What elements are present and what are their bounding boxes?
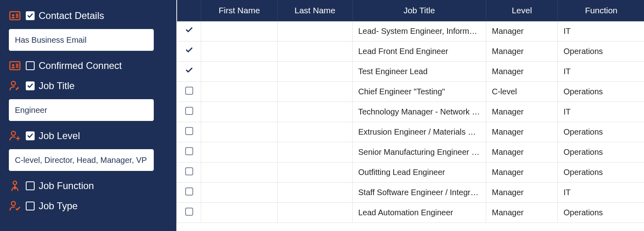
column-header[interactable]: Job Title: [353, 0, 486, 21]
cell-function: IT: [558, 183, 644, 203]
table-row[interactable]: Test Engineer LeadManagerIT: [177, 62, 644, 82]
cell-level: Manager: [486, 142, 558, 162]
filter-job-level[interactable]: Job Level: [9, 127, 167, 144]
cell-level: C-level: [486, 82, 558, 102]
cell-first-name: [201, 82, 278, 102]
row-select-cell[interactable]: [177, 162, 201, 183]
filter-job-type[interactable]: Job Type: [9, 198, 167, 214]
cell-function: Operations: [558, 42, 644, 62]
table-row[interactable]: Senior Manufacturing Engineer - I...Mana…: [177, 142, 644, 162]
cell-job-title: Test Engineer Lead: [353, 62, 486, 82]
cell-function: IT: [558, 21, 644, 42]
filter-input-contact-details[interactable]: Has Business Email: [9, 29, 154, 51]
cell-last-name: [278, 82, 353, 102]
filter-label: Contact Details: [39, 10, 104, 22]
cell-first-name: [201, 102, 278, 122]
column-header[interactable]: Last Name: [278, 0, 353, 21]
cell-job-title: Senior Manufacturing Engineer - I...: [353, 142, 486, 162]
filter-checkbox[interactable]: [26, 11, 35, 20]
cell-function: IT: [558, 62, 644, 82]
row-select-cell[interactable]: [177, 42, 201, 62]
cell-first-name: [201, 122, 278, 142]
filter-input-job-level[interactable]: C-level, Director, Head, Manager, VP: [9, 149, 154, 171]
contact-card-icon: [9, 60, 22, 72]
row-select-cell[interactable]: [177, 62, 201, 82]
cell-last-name: [278, 162, 353, 183]
filter-sidebar: Contact DetailsHas Business EmailConfirm…: [0, 0, 176, 231]
row-checkbox[interactable]: [185, 127, 193, 135]
results-table: First NameLast NameJob TitleLevelFunctio…: [177, 0, 644, 223]
filter-checkbox[interactable]: [26, 181, 35, 190]
row-select-cell[interactable]: [177, 203, 201, 223]
row-checkbox[interactable]: [185, 87, 193, 95]
cell-function: Operations: [558, 122, 644, 142]
column-header[interactable]: Function: [558, 0, 644, 21]
cell-level: Manager: [486, 122, 558, 142]
row-checkbox[interactable]: [185, 208, 193, 216]
row-select-cell[interactable]: [177, 102, 201, 122]
column-header[interactable]: Level: [486, 0, 558, 21]
cell-last-name: [278, 203, 353, 223]
cell-function: Operations: [558, 162, 644, 183]
cell-first-name: [201, 183, 278, 203]
filter-job-title[interactable]: Job Title: [9, 77, 167, 94]
row-checkbox[interactable]: [185, 26, 193, 34]
cell-level: Manager: [486, 42, 558, 62]
row-select-cell[interactable]: [177, 142, 201, 162]
cell-last-name: [278, 102, 353, 122]
cell-job-title: Outfitting Lead Engineer: [353, 162, 486, 183]
row-select-cell[interactable]: [177, 82, 201, 102]
table-row[interactable]: Lead- System Engineer, Informati...Manag…: [177, 21, 644, 42]
cell-job-title: Lead Front End Engineer: [353, 42, 486, 62]
table-row[interactable]: Chief Engineer "Testing"C-levelOperation…: [177, 82, 644, 102]
cell-job-title: Lead- System Engineer, Informati...: [353, 21, 486, 42]
row-select-cell[interactable]: [177, 183, 201, 203]
results-table-container: First NameLast NameJob TitleLevelFunctio…: [176, 0, 644, 231]
column-header[interactable]: First Name: [201, 0, 278, 21]
row-checkbox[interactable]: [185, 147, 193, 155]
table-row[interactable]: Technology Manager - Network &...Manager…: [177, 102, 644, 122]
filter-checkbox[interactable]: [26, 81, 35, 90]
cell-job-title: Chief Engineer "Testing": [353, 82, 486, 102]
person-edit-icon: [9, 80, 22, 92]
cell-first-name: [201, 203, 278, 223]
row-checkbox[interactable]: [185, 67, 193, 75]
filter-checkbox[interactable]: [26, 61, 35, 70]
cell-job-title: Technology Manager - Network &...: [353, 102, 486, 122]
row-checkbox[interactable]: [185, 187, 193, 196]
filter-checkbox[interactable]: [26, 202, 35, 210]
filter-contact-details[interactable]: Contact Details: [9, 7, 167, 24]
table-row[interactable]: Staff Software Engineer / Integrat...Man…: [177, 183, 644, 203]
row-select-cell[interactable]: [177, 122, 201, 142]
cell-last-name: [278, 183, 353, 203]
filter-checkbox[interactable]: [26, 131, 35, 140]
cell-level: Manager: [486, 203, 558, 223]
filter-confirmed-connect[interactable]: Confirmed Connect: [9, 57, 167, 74]
contact-card-icon: [9, 10, 22, 22]
row-select-cell[interactable]: [177, 21, 201, 42]
cell-first-name: [201, 62, 278, 82]
column-select[interactable]: [177, 0, 201, 21]
cell-last-name: [278, 21, 353, 42]
filter-input-job-title[interactable]: Engineer: [9, 99, 154, 121]
cell-level: Manager: [486, 102, 558, 122]
cell-level: Manager: [486, 162, 558, 183]
row-checkbox[interactable]: [185, 107, 193, 115]
table-row[interactable]: Lead Automation EngineerManagerOperation…: [177, 203, 644, 223]
cell-first-name: [201, 142, 278, 162]
cell-last-name: [278, 42, 353, 62]
cell-function: Operations: [558, 203, 644, 223]
cell-function: Operations: [558, 82, 644, 102]
cell-job-title: Lead Automation Engineer: [353, 203, 486, 223]
cell-job-title: Staff Software Engineer / Integrat...: [353, 183, 486, 203]
table-row[interactable]: Extrusion Engineer / Materials Off...Man…: [177, 122, 644, 142]
table-row[interactable]: Outfitting Lead EngineerManagerOperation…: [177, 162, 644, 183]
row-checkbox[interactable]: [185, 46, 193, 54]
filter-label: Confirmed Connect: [39, 60, 122, 72]
person-plus-icon: [9, 130, 22, 142]
row-checkbox[interactable]: [185, 167, 193, 175]
table-row[interactable]: Lead Front End EngineerManagerOperations: [177, 42, 644, 62]
filter-job-function[interactable]: Job Function: [9, 177, 167, 194]
cell-level: Manager: [486, 62, 558, 82]
cell-level: Manager: [486, 183, 558, 203]
